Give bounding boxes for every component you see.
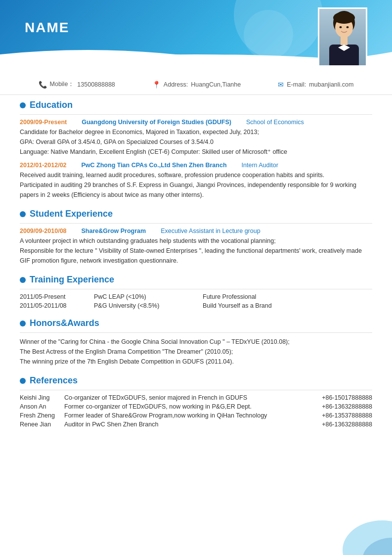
training-title: Training Experience <box>20 275 372 285</box>
references-section: References Keishi Jing Co-organizer of T… <box>20 375 372 428</box>
address-label: Address: <box>164 81 188 88</box>
main-content: Education 2009/09-Present Guangdong Univ… <box>0 95 392 447</box>
education-entry-1: 2009/09-Present Guangdong University of … <box>20 119 372 157</box>
tr1-org: PwC LEAP (<10%) <box>94 293 193 300</box>
tr2-date: 2011/05-2011/08 <box>20 302 84 309</box>
training-section: Training Experience 2011/05-Present PwC … <box>20 275 372 309</box>
honors-section: Honors&Awards Winner of the "Caring for … <box>20 318 372 367</box>
honors-body: Winner of the "Caring for China - the Go… <box>20 337 372 367</box>
education-section: Education 2009/09-Present Guangdong Univ… <box>20 100 372 200</box>
education-entry-2-header: 2012/01-2012/02 PwC Zhong Tian CPAs Co.,… <box>20 162 372 169</box>
ref1-name: Keishi Jing <box>20 394 59 401</box>
honors-line3: The winning prize of the 7th English Deb… <box>20 357 372 367</box>
contact-email: ✉ E-mail: mubanjianli.com <box>278 81 353 89</box>
education-title: Education <box>20 100 372 110</box>
profile-photo <box>318 7 367 67</box>
references-divider <box>20 390 372 390</box>
edu2-date: 2012/01-2012/02 <box>20 162 67 169</box>
edu1-line1: Candidate for Bachelor degree in Economi… <box>20 127 372 137</box>
honors-dot <box>20 321 26 326</box>
svg-point-8 <box>347 26 349 28</box>
education-entry-1-header: 2009/09-Present Guangdong University of … <box>20 119 372 126</box>
header-section: NAME <box>0 0 392 69</box>
svg-point-9 <box>343 520 392 555</box>
edu1-line3: Language: Native Mandarin, Excellent Eng… <box>20 147 372 157</box>
phone-icon: 📞 <box>39 81 47 89</box>
student-exp-divider <box>20 223 372 224</box>
ref2-desc: Former co-organizer of TEDxGDUFS, now wo… <box>64 403 303 410</box>
edu1-role: School of Economics <box>246 119 304 126</box>
tr1-date: 2011/05-Present <box>20 293 84 300</box>
training-dot <box>20 277 26 283</box>
education-entry-2: 2012/01-2012/02 PwC Zhong Tian CPAs Co.,… <box>20 162 372 200</box>
ref1-phone: +86-15017888888 <box>308 394 372 401</box>
training-row-1: 2011/05-Present PwC LEAP (<10%) Future P… <box>20 293 372 300</box>
tr2-role: Build Yourself as a Brand <box>203 302 272 309</box>
se1-date: 2009/09-2010/08 <box>20 228 67 234</box>
ref3-phone: +86-13537888888 <box>308 412 372 419</box>
ref-row-2: Anson An Former co-organizer of TEDxGDUF… <box>20 403 372 410</box>
student-exp-dot <box>20 211 26 217</box>
edu1-org: Guangdong University of Foreign Studies … <box>82 119 231 126</box>
education-dot <box>20 102 26 108</box>
ref-row-1: Keishi Jing Co-organizer of TEDxGDUFS, s… <box>20 394 372 401</box>
mobile-label: Mobile： <box>50 80 75 89</box>
ref-row-4: Renee Jian Auditor in PwC Shen Zhen Bran… <box>20 421 372 428</box>
edu2-role: Intern Auditor <box>242 162 278 169</box>
training-divider <box>20 289 372 289</box>
bottom-decoration <box>318 506 392 555</box>
contact-mobile: 📞 Mobile： 13500888888 <box>39 80 115 89</box>
contact-bar: 📞 Mobile： 13500888888 📍 Address: HuangCu… <box>0 74 392 95</box>
resume-name: NAME <box>25 20 69 35</box>
ref4-name: Renee Jian <box>20 421 59 428</box>
se1-org: Share&Grow Program <box>82 228 146 234</box>
ref1-desc: Co-organizer of TEDxGDUFS, senior majore… <box>64 394 303 401</box>
edu1-body: Candidate for Bachelor degree in Economi… <box>20 127 372 157</box>
tr1-role: Future Professional <box>203 293 256 300</box>
student-experience-section: Student Experience 2009/09-2010/08 Share… <box>20 209 372 266</box>
honors-title: Honors&Awards <box>20 318 372 328</box>
contact-address: 📍 Address: HuangCun,Tianhe <box>152 81 241 89</box>
ref-row-3: Fresh Zheng Former leader of Share&Grow … <box>20 412 372 419</box>
svg-rect-5 <box>341 36 348 45</box>
mobile-value: 13500888888 <box>77 81 115 88</box>
honors-line2: The Best Actress of the English Drama Co… <box>20 347 372 357</box>
ref3-desc: Former leader of Share&Grow Program,now … <box>64 412 303 419</box>
se1-line1: A volunteer project in which outstanding… <box>20 236 372 246</box>
svg-point-7 <box>340 26 342 28</box>
email-value: mubanjianli.com <box>309 81 353 88</box>
email-label: E-mail: <box>287 81 306 88</box>
svg-point-3 <box>333 12 355 24</box>
education-divider <box>20 114 372 115</box>
ref2-phone: +86-13632888888 <box>308 403 372 410</box>
ref4-desc: Auditor in PwC Shen Zhen Branch <box>64 421 303 428</box>
student-exp-entry-1: 2009/09-2010/08 Share&Grow Program Execu… <box>20 228 372 266</box>
edu1-line2: GPA: Overall GPA of 3.45/4.0, GPA on Spe… <box>20 137 372 147</box>
location-icon: 📍 <box>152 81 161 89</box>
edu1-date: 2009/09-Present <box>20 119 67 126</box>
ref3-name: Fresh Zheng <box>20 412 59 419</box>
se1-header: 2009/09-2010/08 Share&Grow Program Execu… <box>20 228 372 234</box>
se1-role: Executive Assistant in Lecture group <box>161 228 261 234</box>
edu2-org: PwC Zhong Tian CPAs Co.,Ltd Shen Zhen Br… <box>82 162 227 169</box>
honors-line1: Winner of the "Caring for China - the Go… <box>20 337 372 347</box>
name-block: NAME <box>25 20 69 36</box>
edu2-body: Received audit training, learned audit p… <box>20 170 372 200</box>
references-title: References <box>20 375 372 386</box>
se1-line2: Responsible for the lecture " Visibility… <box>20 246 372 266</box>
svg-point-10 <box>362 538 392 555</box>
address-value: HuangCun,Tianhe <box>191 81 241 88</box>
tr2-org: P&G University (<8.5%) <box>94 302 193 309</box>
training-row-2: 2011/05-2011/08 P&G University (<8.5%) B… <box>20 302 372 309</box>
se1-body: A volunteer project in which outstanding… <box>20 236 372 266</box>
references-dot <box>20 378 26 384</box>
ref2-name: Anson An <box>20 403 59 410</box>
edu2-line2: Participated in auditing 29 branches of … <box>20 180 372 200</box>
email-icon: ✉ <box>278 81 284 89</box>
edu2-line1: Received audit training, learned audit p… <box>20 170 372 180</box>
honors-divider <box>20 332 372 333</box>
ref4-phone: +86-13632888888 <box>308 421 372 428</box>
student-exp-title: Student Experience <box>20 209 372 219</box>
